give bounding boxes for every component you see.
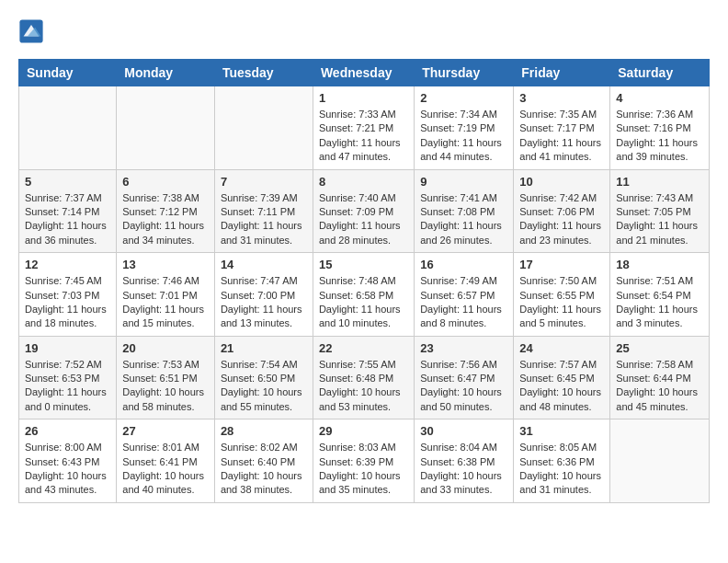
day-info: Sunrise: 7:45 AMSunset: 7:03 PMDaylight:… <box>25 274 110 331</box>
day-info: Sunrise: 8:05 AMSunset: 6:36 PMDaylight:… <box>519 441 604 498</box>
day-info: Sunrise: 8:01 AMSunset: 6:41 PMDaylight:… <box>122 441 209 498</box>
calendar-cell <box>214 86 313 170</box>
calendar-cell: 12Sunrise: 7:45 AMSunset: 7:03 PMDayligh… <box>19 253 117 337</box>
day-number: 9 <box>420 175 507 189</box>
day-number: 19 <box>25 341 110 355</box>
day-info: Sunrise: 8:03 AMSunset: 6:39 PMDaylight:… <box>319 441 408 498</box>
day-info: Sunrise: 7:35 AMSunset: 7:17 PMDaylight:… <box>519 108 604 165</box>
calendar-week-row: 1Sunrise: 7:33 AMSunset: 7:21 PMDaylight… <box>19 86 710 170</box>
day-info: Sunrise: 7:47 AMSunset: 7:00 PMDaylight:… <box>221 274 307 331</box>
day-info: Sunrise: 7:56 AMSunset: 6:47 PMDaylight:… <box>420 358 507 415</box>
weekday-header: Monday <box>117 60 215 86</box>
calendar-cell: 26Sunrise: 8:00 AMSunset: 6:43 PMDayligh… <box>19 419 117 503</box>
calendar-cell: 30Sunrise: 8:04 AMSunset: 6:38 PMDayligh… <box>415 419 514 503</box>
calendar-cell: 28Sunrise: 8:02 AMSunset: 6:40 PMDayligh… <box>214 419 313 503</box>
day-number: 7 <box>221 175 307 189</box>
day-number: 30 <box>420 424 507 438</box>
day-number: 8 <box>319 175 408 189</box>
weekday-header: Saturday <box>610 60 710 86</box>
calendar-cell: 24Sunrise: 7:57 AMSunset: 6:45 PMDayligh… <box>514 336 610 419</box>
day-number: 16 <box>420 258 507 271</box>
day-info: Sunrise: 7:53 AMSunset: 6:51 PMDaylight:… <box>122 358 209 415</box>
day-info: Sunrise: 7:40 AMSunset: 7:09 PMDaylight:… <box>319 191 408 248</box>
calendar-cell: 14Sunrise: 7:47 AMSunset: 7:00 PMDayligh… <box>214 253 313 337</box>
calendar-cell: 29Sunrise: 8:03 AMSunset: 6:39 PMDayligh… <box>313 419 414 503</box>
day-info: Sunrise: 7:57 AMSunset: 6:45 PMDaylight:… <box>519 358 604 415</box>
day-info: Sunrise: 7:50 AMSunset: 6:55 PMDaylight:… <box>519 274 604 331</box>
calendar-cell: 20Sunrise: 7:53 AMSunset: 6:51 PMDayligh… <box>117 336 215 419</box>
weekday-header: Tuesday <box>214 60 313 86</box>
calendar-cell: 22Sunrise: 7:55 AMSunset: 6:48 PMDayligh… <box>313 336 414 419</box>
calendar-cell: 8Sunrise: 7:40 AMSunset: 7:09 PMDaylight… <box>313 169 414 253</box>
weekday-header: Thursday <box>415 60 514 86</box>
calendar-cell: 18Sunrise: 7:51 AMSunset: 6:54 PMDayligh… <box>610 253 710 337</box>
day-number: 21 <box>221 341 307 355</box>
calendar-cell <box>117 86 215 170</box>
calendar-cell: 15Sunrise: 7:48 AMSunset: 6:58 PMDayligh… <box>313 253 414 337</box>
calendar-cell: 27Sunrise: 8:01 AMSunset: 6:41 PMDayligh… <box>117 419 215 503</box>
day-info: Sunrise: 7:54 AMSunset: 6:50 PMDaylight:… <box>221 358 307 415</box>
calendar-cell: 13Sunrise: 7:46 AMSunset: 7:01 PMDayligh… <box>117 253 215 337</box>
calendar-cell: 5Sunrise: 7:37 AMSunset: 7:14 PMDaylight… <box>19 169 117 253</box>
day-info: Sunrise: 7:58 AMSunset: 6:44 PMDaylight:… <box>616 358 703 415</box>
day-info: Sunrise: 7:36 AMSunset: 7:16 PMDaylight:… <box>616 108 703 165</box>
day-info: Sunrise: 8:00 AMSunset: 6:43 PMDaylight:… <box>25 441 110 498</box>
day-info: Sunrise: 7:55 AMSunset: 6:48 PMDaylight:… <box>319 358 408 415</box>
day-number: 18 <box>616 258 703 271</box>
calendar-cell: 21Sunrise: 7:54 AMSunset: 6:50 PMDayligh… <box>214 336 313 419</box>
day-info: Sunrise: 7:51 AMSunset: 6:54 PMDaylight:… <box>616 274 703 331</box>
calendar-cell: 16Sunrise: 7:49 AMSunset: 6:57 PMDayligh… <box>415 253 514 337</box>
day-number: 25 <box>616 341 703 355</box>
day-number: 14 <box>221 258 307 271</box>
day-info: Sunrise: 7:52 AMSunset: 6:53 PMDaylight:… <box>25 358 110 415</box>
calendar-header-row: SundayMondayTuesdayWednesdayThursdayFrid… <box>19 60 710 86</box>
day-info: Sunrise: 8:02 AMSunset: 6:40 PMDaylight:… <box>221 441 307 498</box>
calendar-cell <box>19 86 117 170</box>
day-number: 20 <box>122 341 209 355</box>
calendar-cell: 7Sunrise: 7:39 AMSunset: 7:11 PMDaylight… <box>214 169 313 253</box>
day-info: Sunrise: 7:43 AMSunset: 7:05 PMDaylight:… <box>616 191 703 248</box>
day-number: 2 <box>420 91 507 105</box>
calendar-week-row: 5Sunrise: 7:37 AMSunset: 7:14 PMDaylight… <box>19 169 710 253</box>
calendar-cell: 4Sunrise: 7:36 AMSunset: 7:16 PMDaylight… <box>610 86 710 170</box>
day-number: 6 <box>122 175 209 189</box>
day-number: 3 <box>519 91 604 105</box>
calendar-cell: 17Sunrise: 7:50 AMSunset: 6:55 PMDayligh… <box>514 253 610 337</box>
day-info: Sunrise: 7:46 AMSunset: 7:01 PMDaylight:… <box>122 274 209 331</box>
calendar-cell: 10Sunrise: 7:42 AMSunset: 7:06 PMDayligh… <box>514 169 610 253</box>
calendar-week-row: 26Sunrise: 8:00 AMSunset: 6:43 PMDayligh… <box>19 419 710 503</box>
day-number: 10 <box>519 175 604 189</box>
day-info: Sunrise: 7:38 AMSunset: 7:12 PMDaylight:… <box>122 191 209 248</box>
logo-icon <box>18 18 44 44</box>
calendar-week-row: 12Sunrise: 7:45 AMSunset: 7:03 PMDayligh… <box>19 253 710 337</box>
day-number: 26 <box>25 424 110 438</box>
day-info: Sunrise: 7:34 AMSunset: 7:19 PMDaylight:… <box>420 108 507 165</box>
calendar-cell <box>610 419 710 503</box>
day-info: Sunrise: 7:49 AMSunset: 6:57 PMDaylight:… <box>420 274 507 331</box>
day-number: 5 <box>25 175 110 189</box>
page-header <box>18 18 710 44</box>
day-number: 27 <box>122 424 209 438</box>
day-number: 24 <box>519 341 604 355</box>
day-info: Sunrise: 7:41 AMSunset: 7:08 PMDaylight:… <box>420 191 507 248</box>
day-number: 15 <box>319 258 408 271</box>
calendar-cell: 19Sunrise: 7:52 AMSunset: 6:53 PMDayligh… <box>19 336 117 419</box>
calendar-cell: 3Sunrise: 7:35 AMSunset: 7:17 PMDaylight… <box>514 86 610 170</box>
day-info: Sunrise: 7:48 AMSunset: 6:58 PMDaylight:… <box>319 274 408 331</box>
logo <box>18 18 48 44</box>
weekday-header: Friday <box>514 60 610 86</box>
day-number: 11 <box>616 175 703 189</box>
calendar-cell: 9Sunrise: 7:41 AMSunset: 7:08 PMDaylight… <box>415 169 514 253</box>
day-number: 1 <box>319 91 408 105</box>
calendar-cell: 25Sunrise: 7:58 AMSunset: 6:44 PMDayligh… <box>610 336 710 419</box>
calendar-cell: 1Sunrise: 7:33 AMSunset: 7:21 PMDaylight… <box>313 86 414 170</box>
day-number: 31 <box>519 424 604 438</box>
calendar-table: SundayMondayTuesdayWednesdayThursdayFrid… <box>18 59 710 503</box>
day-info: Sunrise: 7:33 AMSunset: 7:21 PMDaylight:… <box>319 108 408 165</box>
day-info: Sunrise: 8:04 AMSunset: 6:38 PMDaylight:… <box>420 441 507 498</box>
calendar-cell: 23Sunrise: 7:56 AMSunset: 6:47 PMDayligh… <box>415 336 514 419</box>
calendar-cell: 11Sunrise: 7:43 AMSunset: 7:05 PMDayligh… <box>610 169 710 253</box>
day-number: 28 <box>221 424 307 438</box>
day-info: Sunrise: 7:39 AMSunset: 7:11 PMDaylight:… <box>221 191 307 248</box>
calendar-cell: 31Sunrise: 8:05 AMSunset: 6:36 PMDayligh… <box>514 419 610 503</box>
